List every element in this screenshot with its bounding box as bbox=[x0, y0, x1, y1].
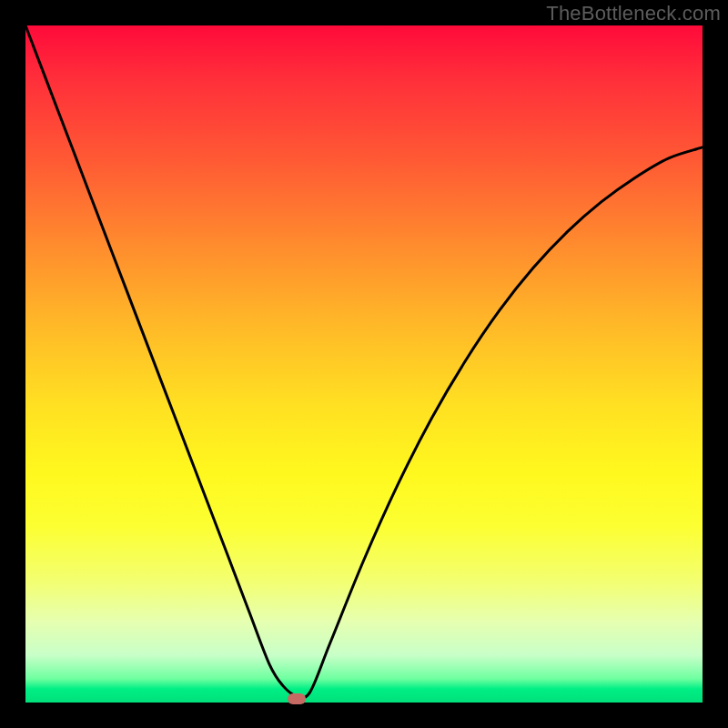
curve-svg bbox=[25, 25, 703, 703]
watermark-text: TheBottleneck.com bbox=[546, 2, 721, 25]
chart-frame: TheBottleneck.com bbox=[0, 0, 728, 728]
bottleneck-curve-path bbox=[25, 25, 703, 698]
optimum-marker bbox=[288, 693, 306, 704]
plot-area bbox=[25, 25, 703, 703]
